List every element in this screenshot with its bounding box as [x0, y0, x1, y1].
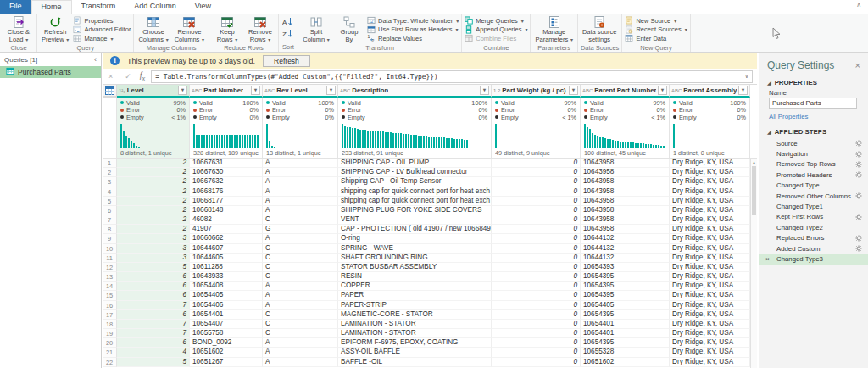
refresh-banner-button[interactable]: Refresh	[263, 55, 310, 67]
use-first-row-as-headers-button[interactable]: Use First Row as Headers▾	[367, 25, 459, 35]
refresh-preview-button[interactable]: RefreshPreview ▾	[40, 14, 70, 43]
filter-dropdown-icon[interactable]: ▾	[326, 86, 336, 95]
row-number[interactable]: 12	[103, 263, 117, 272]
applied-step-added-custom[interactable]: Added Custom	[760, 243, 868, 254]
sort-descending-button[interactable]: Z	[281, 28, 295, 39]
vertical-scrollbar[interactable]: ▴	[750, 159, 757, 368]
row-number[interactable]: 20	[103, 338, 117, 348]
collapse-pane-icon[interactable]: ‹	[94, 55, 97, 64]
row-number[interactable]: 13	[103, 272, 117, 282]
filter-dropdown-icon[interactable]: ▾	[251, 86, 260, 95]
row-number[interactable]: 8	[103, 225, 117, 234]
properties-section-header[interactable]: ◢ PROPERTIES	[760, 76, 868, 88]
remove-rows-button[interactable]: RemoveRows ▾	[245, 14, 275, 43]
gear-icon[interactable]	[855, 161, 862, 168]
recent-sources-button[interactable]: Recent Sources▾	[625, 25, 687, 35]
column-header-level[interactable]: 1²₃Level▾	[117, 85, 190, 98]
column-header-parent-part-number[interactable]: ABCParent Part Number▾	[581, 85, 670, 98]
applied-step-navigation[interactable]: Navigation	[760, 148, 868, 159]
tab-view[interactable]: View	[186, 0, 220, 14]
filter-dropdown-icon[interactable]: ▾	[569, 86, 578, 95]
ribbon-collapse-icon[interactable]: ∧	[856, 1, 861, 8]
replace-values-button[interactable]: 12Replace Values	[367, 34, 459, 43]
column-header-rev-level[interactable]: ABCRev Level▾	[263, 85, 338, 98]
applied-step-removed-top-rows[interactable]: Removed Top Rows	[760, 159, 868, 170]
row-number[interactable]: 14	[103, 282, 117, 291]
row-number[interactable]: 16	[103, 301, 117, 310]
row-number[interactable]: 7	[103, 215, 117, 225]
keep-rows-button[interactable]: KeepRows ▾	[212, 14, 242, 43]
tab-add-column[interactable]: Add Column	[125, 0, 186, 14]
select-all-corner[interactable]	[103, 85, 117, 98]
applied-step-source[interactable]: Source	[760, 138, 868, 148]
gear-icon[interactable]	[855, 192, 862, 199]
row-number[interactable]: 11	[103, 254, 117, 263]
group-by-button[interactable]: GroupBy	[334, 14, 364, 43]
new-source-button[interactable]: New Source▾	[625, 16, 687, 25]
column-header-part-number[interactable]: ABCPart Number▾	[190, 85, 263, 98]
advanced-editor-button[interactable]: Advanced Editor	[73, 25, 131, 35]
commit-formula-icon[interactable]: ✓	[119, 72, 137, 81]
gear-icon[interactable]	[855, 151, 862, 158]
row-number[interactable]: 1	[103, 159, 117, 168]
append-queries-button[interactable]: Append Queries▾	[465, 25, 527, 35]
row-number[interactable]: 4	[103, 187, 117, 197]
properties-button[interactable]: Properties	[73, 16, 131, 25]
manage-button[interactable]: Manage▾	[73, 34, 131, 43]
filter-dropdown-icon[interactable]: ▾	[738, 86, 748, 95]
enter-data-button[interactable]: Enter Data	[625, 34, 687, 43]
gear-icon[interactable]	[855, 235, 862, 242]
applied-step-promoted-headers[interactable]: Promoted Headers	[760, 170, 868, 180]
close-icon[interactable]: ×	[855, 60, 860, 70]
applied-step-changed-type[interactable]: Changed Type	[760, 181, 868, 191]
applied-step-changed-type3[interactable]: ×Changed Type3	[760, 254, 868, 264]
cancel-formula-icon[interactable]: ×	[103, 72, 119, 81]
gear-icon[interactable]	[855, 214, 862, 220]
tab-home[interactable]: Home	[31, 0, 72, 14]
row-number[interactable]: 21	[103, 348, 117, 357]
column-header-parent-assembly-location[interactable]: ABCParent Assembly Location▾	[670, 85, 750, 98]
formula-input[interactable]: = Table.TransformColumnTypes(#"Added Cus…	[151, 70, 753, 83]
applied-step-changed-type2[interactable]: Changed Type2	[760, 222, 868, 232]
filter-dropdown-icon[interactable]: ▾	[480, 86, 489, 95]
scrollbar-thumb[interactable]	[752, 166, 756, 215]
applied-steps-section-header[interactable]: ◢ APPLIED STEPS	[760, 125, 868, 137]
applied-step-removed-other-columns[interactable]: Removed Other Columns	[760, 191, 868, 201]
formula-expand-icon[interactable]: ∨	[745, 73, 748, 80]
merge-queries-button[interactable]: Merge Queries▾	[465, 16, 527, 25]
sort-ascending-button[interactable]: A	[281, 16, 295, 27]
filter-dropdown-icon[interactable]: ▾	[178, 86, 187, 95]
row-number[interactable]: 18	[103, 320, 117, 329]
close-load-button[interactable]: Close &Load ▾	[3, 14, 34, 43]
row-number[interactable]: 2	[103, 168, 117, 177]
filter-dropdown-icon[interactable]: ▾	[658, 86, 667, 95]
row-number[interactable]: 5	[103, 197, 117, 206]
query-name-input[interactable]	[769, 98, 857, 109]
remove-columns-button[interactable]: RemoveColumns ▾	[173, 14, 206, 43]
gear-icon[interactable]	[855, 140, 862, 147]
tab-transform[interactable]: Transform	[72, 0, 125, 14]
row-number[interactable]: 22	[103, 358, 117, 367]
scroll-up-icon[interactable]: ▴	[753, 159, 755, 166]
row-number[interactable]: 6	[103, 206, 117, 215]
query-item-purchased-parts[interactable]: Purchased Parts	[0, 66, 101, 78]
gear-icon[interactable]	[855, 245, 862, 252]
data-source-settings-button[interactable]: Data sourcesettings	[581, 14, 618, 43]
delete-step-icon[interactable]: ×	[765, 255, 770, 263]
column-header-part-weight-kg-pc[interactable]: 1.2Part Weight (kg / pc)▾	[492, 85, 581, 98]
data-type-whole-number-button[interactable]: 12Data Type: Whole Number▾	[367, 16, 459, 25]
gear-icon[interactable]	[855, 171, 862, 178]
row-number[interactable]: 15	[103, 291, 117, 300]
row-number[interactable]: 19	[103, 329, 117, 338]
manage-parameters-button[interactable]: ManageParameters ▾	[533, 14, 574, 43]
row-number[interactable]: 10	[103, 244, 117, 254]
applied-step-replaced-errors[interactable]: Replaced Errors	[760, 233, 868, 243]
split-column-button[interactable]: SplitColumn ▾	[301, 14, 331, 43]
all-properties-link[interactable]: All Properties	[760, 112, 868, 125]
tab-file[interactable]: File	[0, 0, 31, 14]
choose-columns-button[interactable]: ChooseColumns ▾	[136, 14, 170, 43]
applied-step-changed-type1[interactable]: Changed Type1	[760, 201, 868, 211]
applied-step-kept-first-rows[interactable]: Kept First Rows	[760, 212, 868, 222]
column-header-description[interactable]: ABCDescription▾	[338, 85, 492, 98]
row-number[interactable]: 3	[103, 177, 117, 187]
